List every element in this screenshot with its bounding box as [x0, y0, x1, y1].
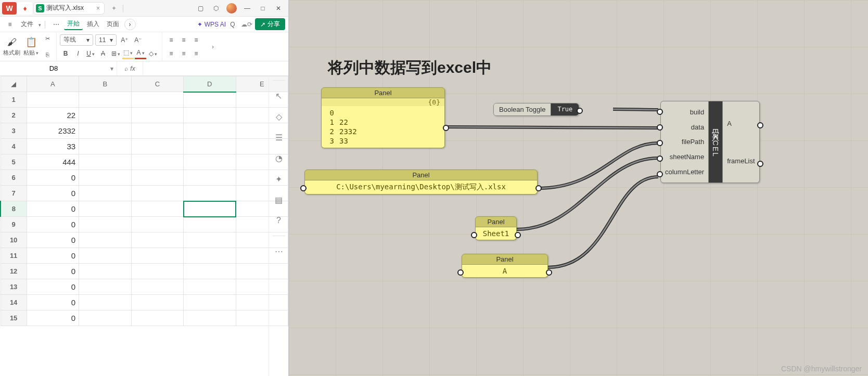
input-grip-icon[interactable]	[657, 109, 663, 115]
cell[interactable]	[184, 217, 236, 232]
table-row[interactable]: 90	[1, 217, 288, 232]
align-center-icon[interactable]: ≡	[178, 48, 189, 59]
table-row[interactable]: 110	[1, 248, 288, 264]
cell[interactable]	[131, 295, 183, 310]
cell[interactable]	[184, 139, 236, 154]
input-grip-icon[interactable]	[657, 171, 663, 177]
cell[interactable]	[184, 123, 236, 139]
col-header-D[interactable]: D	[184, 76, 236, 92]
cell[interactable]	[79, 248, 131, 264]
search-ai-icon[interactable]: Q	[227, 21, 238, 28]
cell[interactable]	[79, 264, 131, 279]
cell[interactable]	[184, 170, 236, 186]
cell[interactable]	[131, 310, 183, 326]
strike-icon[interactable]: A	[97, 48, 109, 59]
minimize-button[interactable]: —	[239, 2, 255, 15]
cell[interactable]	[131, 170, 183, 186]
row-header[interactable]: 4	[1, 139, 27, 154]
row-header[interactable]: 12	[1, 264, 27, 279]
cell[interactable]: 33	[27, 139, 79, 154]
file-tab[interactable]: S 测试写入.xlsx ×	[33, 2, 105, 15]
cell[interactable]	[131, 279, 183, 295]
cell[interactable]	[131, 248, 183, 264]
input-grip-icon[interactable]	[300, 185, 307, 191]
input-grip-icon[interactable]	[657, 124, 663, 131]
row-header[interactable]: 7	[1, 186, 27, 201]
close-button[interactable]: ✕	[271, 2, 286, 15]
output-grip-icon[interactable]	[757, 122, 763, 128]
gh-toggle-value[interactable]: True	[551, 103, 579, 115]
align-top-icon[interactable]: ≡	[165, 34, 177, 46]
output-grip-icon[interactable]	[535, 185, 542, 191]
cell[interactable]	[131, 154, 183, 170]
select-all-corner[interactable]: ◢	[1, 76, 27, 92]
underline-icon[interactable]: U	[85, 48, 96, 59]
gh-panel-sheet[interactable]: Panel Sheet1	[475, 216, 517, 240]
table-row[interactable]: 32332	[1, 123, 288, 139]
italic-icon[interactable]: I	[72, 48, 84, 59]
cell[interactable]	[131, 92, 183, 108]
format-brush-button[interactable]: 🖌格式刷	[3, 32, 20, 61]
gh-boolean-toggle[interactable]: Boolean Toggle True	[493, 103, 579, 116]
fill-color-icon[interactable]: ⬚	[122, 48, 134, 59]
gh-excel-component[interactable]: builddatafilePathsheetNamecolumnLetter 写…	[660, 101, 760, 183]
cell[interactable]: 0	[27, 186, 79, 201]
wps-ai-button[interactable]: ✦WPS AI	[197, 21, 226, 28]
cell[interactable]: 0	[27, 295, 79, 310]
clear-format-icon[interactable]: ◇	[147, 48, 159, 59]
cell[interactable]	[184, 108, 236, 123]
row-header[interactable]: 13	[1, 279, 27, 295]
cell[interactable]	[79, 186, 131, 201]
align-bottom-icon[interactable]: ≡	[190, 34, 202, 46]
border-icon[interactable]: ⊞	[110, 48, 121, 59]
input-grip-icon[interactable]	[457, 269, 464, 276]
table-row[interactable]: 433	[1, 139, 288, 154]
bold-icon[interactable]: B	[60, 48, 71, 59]
library-icon[interactable]: ▤	[273, 194, 285, 205]
cell[interactable]: 22	[27, 108, 79, 123]
home-icon[interactable]: ♦	[18, 2, 32, 15]
cell[interactable]: 0	[27, 264, 79, 279]
output-port-A[interactable]: A	[727, 120, 755, 127]
cut-icon[interactable]: ✂	[42, 33, 53, 45]
menu-tab-insert[interactable]: 插入	[84, 19, 103, 30]
col-header-A[interactable]: A	[27, 76, 79, 92]
font-shrink-icon[interactable]: A⁻	[132, 34, 144, 46]
cell[interactable]	[79, 170, 131, 186]
cell[interactable]	[184, 279, 236, 295]
row-header[interactable]: 9	[1, 217, 27, 232]
row-header[interactable]: 1	[1, 92, 27, 108]
input-grip-icon[interactable]	[657, 140, 663, 146]
row-header[interactable]: 15	[1, 310, 27, 326]
cell[interactable]: 0	[27, 217, 79, 232]
cell[interactable]: 0	[27, 279, 79, 295]
menu-file-drop[interactable]	[37, 21, 41, 28]
input-port-sheetName[interactable]: sheetName	[665, 153, 704, 161]
output-grip-icon[interactable]	[757, 161, 763, 167]
cell[interactable]	[184, 92, 236, 108]
maximize-button[interactable]: □	[255, 2, 271, 15]
menu-more-icon[interactable]: ⋯	[49, 19, 63, 30]
cell[interactable]	[79, 295, 131, 310]
cell[interactable]	[131, 123, 183, 139]
cell[interactable]: 0	[27, 310, 79, 326]
name-box[interactable]: ▾	[0, 61, 117, 75]
share-button[interactable]: ↗分享	[255, 18, 285, 30]
help-icon[interactable]: ?	[273, 215, 285, 226]
cell[interactable]	[79, 279, 131, 295]
cursor-icon[interactable]: ↖	[273, 90, 285, 101]
window-tabs-icon[interactable]: ▢	[193, 2, 208, 15]
menu-scroll-right-icon[interactable]: ›	[124, 19, 136, 30]
cell[interactable]	[131, 186, 183, 201]
cell[interactable]: 0	[27, 201, 79, 217]
cell[interactable]	[131, 217, 183, 232]
output-grip-icon[interactable]	[546, 269, 552, 276]
cell[interactable]	[131, 232, 183, 248]
table-row[interactable]: 1	[1, 92, 288, 108]
gh-panel-data[interactable]: Panel {0} 012222332333	[321, 87, 445, 148]
gh-panel-column[interactable]: Panel A	[462, 254, 548, 278]
wps-logo-icon[interactable]: W	[2, 2, 17, 15]
row-header[interactable]: 5	[1, 154, 27, 170]
table-row[interactable]: 100	[1, 232, 288, 248]
cell[interactable]	[79, 201, 131, 217]
